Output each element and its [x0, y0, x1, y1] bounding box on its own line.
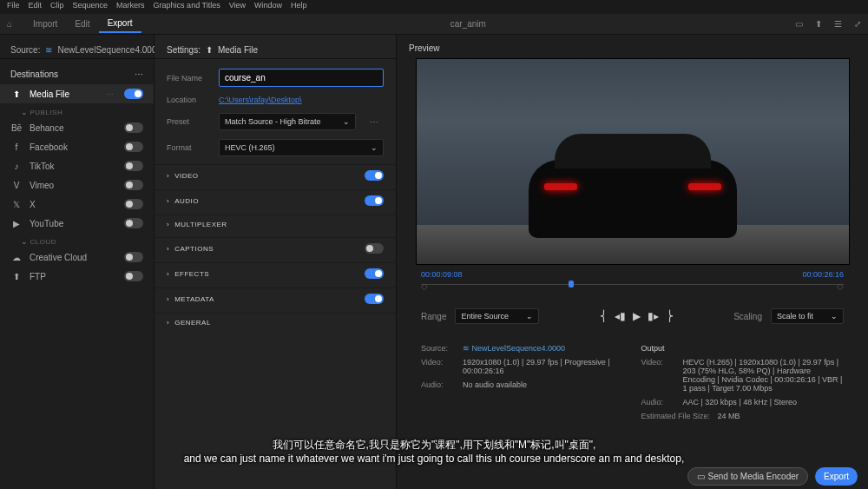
toggle[interactable] — [124, 142, 143, 152]
dest-tiktok[interactable]: ♪TikTok — [0, 156, 154, 175]
scaling-label: Scaling — [733, 312, 762, 321]
publish-section: ⌄PUBLISH — [0, 103, 154, 118]
cloud-section: ⌄CLOUD — [0, 233, 154, 248]
filename-label: File Name — [167, 74, 210, 83]
location-link[interactable]: C:\Users\rafay\Desktop\ — [219, 96, 302, 104]
toggle[interactable] — [124, 180, 143, 190]
menu-file[interactable]: File — [7, 1, 20, 13]
chevron-down-icon: ⌄ — [343, 117, 350, 126]
section-effects[interactable]: ›EFFECTS — [155, 262, 396, 284]
source-name: NewLevelSequence4.0000 — [57, 45, 161, 55]
tab-export[interactable]: Export — [99, 15, 141, 33]
prev-frame-icon[interactable]: ◂▮ — [615, 310, 626, 322]
workspace-icon[interactable]: ▭ — [795, 19, 803, 29]
chevron-right-icon: › — [167, 172, 169, 180]
toggle[interactable] — [124, 161, 143, 171]
source-metadata: Source:≋ NewLevelSequence4.0000 Video:19… — [421, 341, 624, 423]
behance-icon: Bē — [10, 123, 23, 133]
tab-import[interactable]: Import — [24, 16, 66, 32]
chevron-right-icon: › — [167, 245, 169, 253]
tab-edit[interactable]: Edit — [66, 16, 98, 32]
dest-toggle[interactable] — [124, 89, 143, 99]
playhead[interactable] — [569, 281, 574, 287]
chevron-right-icon: › — [167, 319, 169, 327]
mark-out-icon[interactable]: ⎬ — [666, 310, 674, 322]
toggle[interactable] — [365, 243, 384, 254]
dest-ftp[interactable]: ⬆FTP — [0, 267, 154, 286]
play-icon[interactable]: ▶ — [633, 310, 641, 322]
dest-creative-cloud[interactable]: ☁Creative Cloud — [0, 248, 154, 267]
list-icon[interactable]: ☰ — [834, 19, 842, 29]
section-captions[interactable]: ›CAPTIONS — [155, 237, 396, 259]
preset-more-icon[interactable]: ⋯ — [365, 117, 384, 127]
menu-clip[interactable]: Clip — [50, 1, 64, 13]
source-row[interactable]: Source: ≋ NewLevelSequence4.0000 — [0, 42, 154, 59]
settings-header: Settings: ⬆ Media File — [155, 42, 396, 59]
menu-bar[interactable]: File Edit Clip Sequence Markers Graphics… — [0, 0, 868, 14]
section-video[interactable]: ›VIDEO — [155, 164, 396, 186]
preview-viewport[interactable] — [416, 58, 850, 265]
chevron-right-icon: › — [167, 295, 169, 303]
more-icon[interactable]: ⋯ — [135, 69, 143, 79]
mark-in-icon[interactable]: ⎨ — [600, 310, 608, 322]
destinations-panel: Source: ≋ NewLevelSequence4.0000 Destina… — [0, 35, 155, 489]
preset-select[interactable]: Match Source - High Bitrate⌄ — [219, 113, 356, 130]
menu-help[interactable]: Help — [291, 1, 307, 13]
menu-markers[interactable]: Markers — [116, 1, 145, 13]
filename-input[interactable] — [219, 69, 384, 87]
upload-icon: ⬆ — [206, 45, 213, 55]
dest-youtube[interactable]: ▶YouTube — [0, 214, 154, 233]
ftp-icon: ⬆ — [10, 272, 23, 281]
section-audio[interactable]: ›AUDIO — [155, 189, 396, 211]
cloud-icon: ☁ — [10, 253, 23, 262]
dest-x[interactable]: 𝕏X — [0, 195, 154, 214]
menu-window[interactable]: Window — [254, 1, 282, 13]
dest-media-file[interactable]: ⬆ Media File ⋯ — [0, 84, 154, 103]
chevron-down-icon: ⌄ — [831, 312, 838, 320]
chevron-right-icon: › — [167, 270, 169, 278]
section-multiplexer[interactable]: ›MULTIPLEXER — [155, 215, 396, 234]
youtube-icon: ▶ — [10, 219, 23, 228]
send-to-encoder-button[interactable]: ▭Send to Media Encoder — [687, 467, 809, 486]
item-more-icon[interactable]: ⋯ — [107, 90, 114, 98]
toggle[interactable] — [365, 195, 384, 206]
share-icon[interactable]: ⬆ — [815, 19, 822, 29]
toggle[interactable] — [124, 199, 143, 209]
x-icon: 𝕏 — [10, 200, 23, 209]
destinations-header: Destinations ⋯ — [0, 64, 154, 84]
toggle[interactable] — [365, 294, 384, 304]
toggle[interactable] — [124, 271, 143, 281]
toggle[interactable] — [365, 268, 384, 279]
menu-sequence[interactable]: Sequence — [73, 1, 108, 13]
upload-icon: ⬆ — [10, 89, 23, 99]
menu-edit[interactable]: Edit — [29, 1, 43, 13]
range-select[interactable]: Entire Source⌄ — [455, 308, 539, 324]
toggle[interactable] — [124, 252, 143, 262]
chevron-down-icon: ⌄ — [526, 312, 533, 320]
top-bar: ⌂ Import Edit Export car_anim ▭ ⬆ ☰ ⤢ — [0, 14, 868, 35]
toggle[interactable] — [365, 170, 384, 181]
scaling-select[interactable]: Scale to fit⌄ — [771, 308, 844, 324]
dest-vimeo[interactable]: VVimeo — [0, 175, 154, 195]
chevron-right-icon: › — [167, 197, 169, 205]
format-select[interactable]: HEVC (H.265)⌄ — [219, 139, 384, 156]
section-general[interactable]: ›GENERAL — [155, 313, 396, 332]
encoder-icon: ▭ — [697, 472, 705, 481]
menu-graphics[interactable]: Graphics and Titles — [154, 1, 220, 13]
toggle[interactable] — [124, 218, 143, 228]
section-metadata[interactable]: ›METADATA — [155, 287, 396, 309]
menu-view[interactable]: View — [229, 1, 246, 13]
fullscreen-icon[interactable]: ⤢ — [854, 19, 861, 29]
home-icon[interactable]: ⌂ — [7, 19, 12, 29]
next-frame-icon[interactable]: ▮▸ — [648, 310, 659, 322]
export-button[interactable]: Export — [815, 467, 858, 486]
chevron-down-icon: ⌄ — [371, 143, 378, 152]
location-label: Location — [167, 96, 210, 104]
output-metadata: Output Video:HEVC (H.265) | 1920x1080 (1… — [641, 341, 845, 423]
source-label: Source: — [10, 45, 40, 55]
dest-facebook[interactable]: fFacebook — [0, 137, 154, 156]
toggle[interactable] — [124, 122, 143, 133]
dest-behance[interactable]: BēBehance — [0, 118, 154, 137]
timeline-scrubber[interactable]: ◇ ◇ — [421, 284, 844, 296]
facebook-icon: f — [10, 142, 23, 152]
